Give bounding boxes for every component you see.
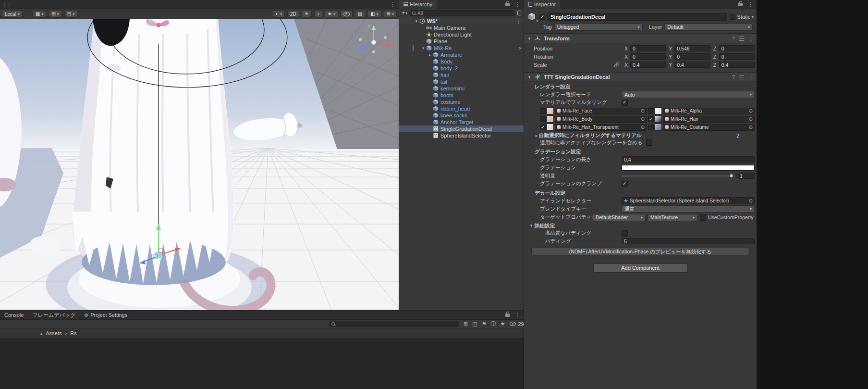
project-search-input[interactable] [329,321,459,327]
gradient-preview[interactable] [622,165,755,171]
lock-icon[interactable] [505,314,510,317]
transform-rotation-x-field[interactable]: 0 [630,53,666,60]
snap-settings-dropdown[interactable]: ⊞ ▾ [49,10,61,18]
transform-position-x-field[interactable]: 0 [630,45,666,51]
transform-scale-z-field[interactable]: 0.4 [719,62,755,68]
transform-position-y-field[interactable]: 0.546 [674,45,710,51]
camera-settings-dropdown[interactable]: ◧ ▾ [367,10,381,18]
material-filter-checkbox[interactable] [622,100,628,106]
hierarchy-scene-row[interactable]: ▾ WS* ⋮ [399,18,524,25]
material-object-field[interactable]: Milk-Re_Face⊙ [555,108,647,114]
help-icon[interactable]: ? [732,74,735,80]
hq-padding-checkbox[interactable] [622,230,628,237]
hierarchy-item-body-2[interactable]: body_2 [399,65,524,72]
transform-rotation-y-field[interactable]: 0 [674,53,710,60]
renderer-mode-dropdown[interactable]: Auto ▾ [622,91,755,98]
slider-knob[interactable] [729,174,734,178]
foldout-arrow[interactable]: ▾ [527,36,532,41]
hierarchy-item-directional-light[interactable]: Directional Light [399,31,524,38]
hierarchy-item-tail[interactable]: tail [399,78,524,85]
layer-dropdown[interactable]: Default ▾ [664,24,753,31]
material-filter-checkbox[interactable] [648,116,654,122]
scene-viewport[interactable]: y Persp [0,19,399,310]
material-object-field[interactable]: Milk-Re_Costume⊙ [663,124,755,131]
scene-row-menu-icon[interactable]: ⋮ [516,19,521,24]
object-picker-icon[interactable]: ⊙ [641,108,645,113]
hierarchy-item-costume[interactable]: costume [399,99,524,105]
material-filter-checkbox[interactable] [540,116,546,122]
increment-snap-dropdown[interactable]: ⊟ ▾ [64,10,77,18]
lock-icon[interactable] [738,3,743,6]
projection-label[interactable]: Persp [365,58,378,63]
object-picker-icon[interactable]: ⊙ [641,116,645,122]
object-picker-icon[interactable]: ⊙ [749,116,753,122]
hierarchy-item-plane[interactable]: Plane [399,38,524,45]
ndmf-preview-disable-button[interactable]: (NDMF) AfterUVModification-Phase のプレビューを… [531,248,749,255]
transform-component-header[interactable]: ▾ Transform ? ⋮ [524,34,757,43]
expander-arrow[interactable]: ▾ [420,46,426,50]
include-inactive-checkbox[interactable] [646,139,652,146]
columns-layout-icon[interactable]: ◫ [472,321,477,326]
collapse-icon[interactable]: ▴ [40,331,43,336]
opacity-slider[interactable] [622,173,734,179]
prefab-open-chevron[interactable]: > [518,46,521,51]
bottom-tab-project-settings[interactable]: ⚙Project Settings [80,311,132,319]
hidden-objects-toggle[interactable] [341,10,353,18]
opacity-value-field[interactable]: 1 [737,173,755,179]
active-checkbox[interactable] [539,14,545,20]
lock-icon[interactable] [505,3,510,6]
tag-dropdown[interactable]: Untagged ▾ [554,24,643,31]
project-content-area[interactable] [0,339,524,389]
advanced-section-label[interactable]: ▾ 詳細設定 [524,222,757,229]
hierarchy-item-hair[interactable]: hair [399,72,524,78]
scene-3d-render[interactable]: y Persp [0,19,399,310]
gizmos-dropdown[interactable]: ⊕ ▾ [384,10,397,18]
toggle-2d-button[interactable]: 2D [287,10,299,18]
object-picker-icon[interactable]: ⊙ [749,198,753,203]
bottom-tab--[interactable]: フレームデバッグ [28,311,80,319]
component-menu-icon[interactable]: ⋮ [748,74,754,80]
object-picker-icon[interactable]: ⊙ [749,125,753,130]
use-custom-property-checkbox[interactable] [700,214,706,221]
island-selector-field[interactable]: SphereIslandSelector (Sphere Island Sele… [622,197,755,204]
foldout-arrow[interactable]: ▾ [529,222,534,229]
hierarchy-item-knee-socks[interactable]: knee-socks [399,112,524,119]
bottom-panel-menu-icon[interactable]: ⋮ [512,311,524,319]
info-icon[interactable]: ⓘ [491,321,496,326]
gameobject-icon[interactable]: ▾ [527,12,537,22]
hierarchy-item-ribbon-head[interactable]: ribbon_head [399,105,524,112]
hierarchy-item-boots[interactable]: boots [399,92,524,99]
help-icon[interactable]: ? [732,36,735,41]
hierarchy-item-anchor-target[interactable]: Anchor Target [399,119,524,125]
material-filter-checkbox[interactable] [648,125,654,130]
material-filter-checkbox[interactable] [540,108,546,114]
object-picker-icon[interactable]: ⊙ [641,125,645,130]
hierarchy-item-sphereislandselector[interactable]: SphereIslandSelector [399,132,524,139]
padding-field[interactable]: 5 [622,238,755,244]
hierarchy-item-armature[interactable]: ▸Armature [399,51,524,58]
hierarchy-panel-menu-icon[interactable]: ⋮ [512,0,524,9]
inspector-panel-menu-icon[interactable]: ⋮ [745,0,757,9]
component-menu-icon[interactable]: ⋮ [748,36,754,42]
draw-mode-dropdown[interactable]: ◐ ▾ [273,10,285,18]
hierarchy-options-icon[interactable] [517,11,521,15]
hierarchy-item-main-camera[interactable]: Main Camera [399,25,524,31]
presets-icon[interactable] [739,37,744,41]
material-object-field[interactable]: Milk-Re_Hair⊙ [663,116,755,123]
grid-visibility-dropdown[interactable]: ▦ ▾ [33,10,46,18]
scene-audio-toggle[interactable]: ♪ [314,10,322,18]
effects-dropdown[interactable]: ★ ▾ [325,10,338,18]
breadcrumb-current[interactable]: Rs [70,330,76,336]
expander-arrow[interactable]: ▸ [427,52,433,57]
clamp-checkbox[interactable] [622,181,628,187]
transform-scale-x-field[interactable]: 0.4 [630,62,666,68]
transform-position-z-field[interactable]: 0 [719,45,755,51]
hierarchy-search-input[interactable]: All [409,10,515,16]
gameobject-name-field[interactable]: SingleGradationDecal [548,13,727,21]
favorite-icon[interactable]: ★ [501,321,505,326]
material-object-field[interactable]: Milk-Re_Alpha⊙ [663,108,755,114]
constrain-proportions-icon[interactable] [614,62,622,68]
bottom-tab-console[interactable]: Console [0,311,28,319]
blend-type-dropdown[interactable]: 通常 ▾ [622,205,755,213]
material-filter-checkbox[interactable] [648,108,654,114]
